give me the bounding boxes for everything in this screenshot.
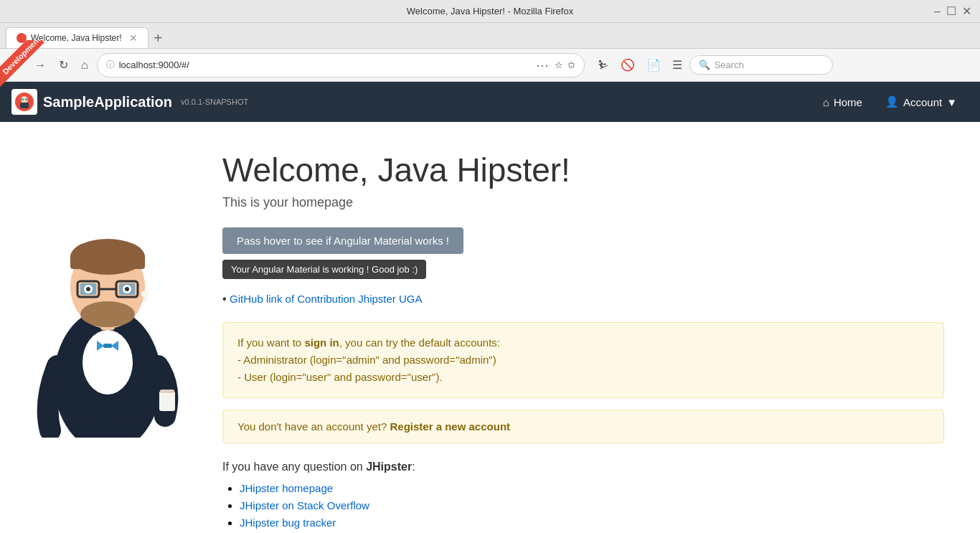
search-placeholder: Search — [715, 60, 744, 70]
hipster-illustration — [29, 151, 187, 438]
browser-titlebar: Welcome, Java Hipster! - Mozilla Firefox… — [0, 0, 980, 23]
github-link-container: • GitHub link of Contribution Jhipster U… — [222, 291, 944, 308]
register-info-box: You don't have an account yet? Register … — [222, 410, 944, 443]
svg-rect-4 — [25, 98, 28, 100]
navbar-account-button[interactable]: 👤 Account ▼ — [874, 90, 969, 114]
app-main: Welcome, Java Hipster! This is your home… — [0, 122, 980, 533]
new-tab-button[interactable]: + — [149, 30, 169, 47]
app-sidebar — [14, 136, 201, 533]
info-text-1: If you want to — [237, 336, 304, 349]
svg-rect-3 — [21, 98, 24, 100]
home-icon: ⌂ — [823, 96, 829, 108]
address-text: localhost:9000/#/ — [119, 60, 532, 70]
browser-tab-active[interactable]: Welcome, Java Hipster! ✕ — [6, 27, 149, 48]
tab-label: Welcome, Java Hipster! — [31, 33, 122, 43]
user-icon: 👤 — [885, 95, 899, 108]
navbar-home-button[interactable]: ⌂ Home — [811, 90, 874, 114]
github-link[interactable]: GitHub link of Contribution Jhipster UGA — [230, 293, 422, 305]
page-subtitle: This is your homepage — [222, 195, 944, 210]
svg-point-6 — [83, 330, 133, 395]
back-button[interactable]: ← — [6, 56, 26, 75]
brand-link[interactable]: SampleApplication v0.0.1-SNAPSHOT — [11, 89, 248, 115]
svg-rect-9 — [103, 344, 112, 348]
search-icon: 🔍 — [699, 60, 710, 70]
brand-logo-icon — [14, 92, 34, 112]
address-bar[interactable]: ⓘ localhost:9000/#/ ⋯ ☆ ✩ — [97, 53, 585, 77]
reader-icon[interactable]: 📄 — [644, 55, 664, 75]
page-title: Welcome, Java Hipster! — [222, 151, 944, 189]
bug-tracker-link[interactable]: JHipster bug tracker — [240, 517, 336, 529]
svg-point-28 — [141, 291, 149, 298]
home-label: Home — [834, 96, 862, 108]
chevron-down-icon: ▼ — [946, 96, 957, 108]
jhipster-highlight: JHipster — [366, 461, 412, 473]
svg-rect-25 — [160, 390, 174, 393]
svg-rect-27 — [110, 423, 131, 438]
bookmark-icon[interactable]: ☆ — [555, 60, 563, 70]
bullet-dot: • — [222, 293, 227, 305]
info-text-2: , you can try the default accounts: — [339, 336, 500, 349]
close-button[interactable]: ✕ — [962, 4, 971, 18]
brand-version: v0.0.1-SNAPSHOT — [181, 98, 248, 106]
jhipster-homepage-link[interactable]: JHipster homepage — [240, 482, 333, 494]
questions-text-pre: If you have any question on — [222, 461, 366, 473]
star-icon[interactable]: ✩ — [567, 60, 575, 70]
address-more-button[interactable]: ⋯ — [536, 57, 550, 73]
brand-name: SampleApplication — [43, 94, 172, 110]
browser-search-bar[interactable]: 🔍 Search — [689, 55, 833, 75]
tooltip-box: Your Angular Material is working ! Good … — [222, 260, 426, 279]
home-button[interactable]: ⌂ — [77, 56, 93, 75]
browser-toolbar: ← → ↻ ⌂ ⓘ localhost:9000/#/ ⋯ ☆ ✩ ⛷ 🚫 📄 … — [0, 49, 980, 82]
questions-text-post: : — [412, 461, 415, 473]
shield-icon[interactable]: ⛷ — [595, 56, 612, 75]
browser-toolbar-icons: ⛷ 🚫 📄 ☰ — [595, 55, 685, 75]
svg-point-22 — [86, 287, 90, 291]
svg-rect-13 — [70, 255, 145, 269]
app-content: Welcome, Java Hipster! This is your home… — [201, 136, 966, 533]
questions-section-title: If you have any question on JHipster: — [222, 461, 944, 473]
hover-test-button[interactable]: Pass hover to see if Angular Material wo… — [222, 227, 463, 254]
svg-point-29 — [143, 298, 147, 302]
svg-rect-2 — [20, 103, 29, 108]
browser-title: Welcome, Java Hipster! - Mozilla Firefox — [407, 6, 573, 16]
app-navbar: SampleApplication v0.0.1-SNAPSHOT ⌂ Home… — [0, 82, 980, 122]
accounts-info-box: If you want to sign in, you can try the … — [222, 322, 944, 398]
security-icon: ⓘ — [106, 59, 115, 71]
minimize-button[interactable]: – — [934, 4, 941, 18]
list-item: JHipster on Stack Overflow — [240, 499, 944, 512]
hover-button-container: Pass hover to see if Angular Material wo… — [222, 227, 944, 257]
stackoverflow-link[interactable]: JHipster on Stack Overflow — [240, 499, 369, 511]
svg-rect-24 — [159, 391, 175, 411]
register-text: You don't have an account yet? — [237, 420, 390, 433]
brand-avatar — [11, 89, 37, 115]
jhipster-links-list: JHipster homepage JHipster on Stack Over… — [222, 482, 944, 533]
user-account-text: - User (login="user" and password="user"… — [237, 371, 443, 383]
svg-rect-26 — [85, 423, 105, 438]
maximize-button[interactable]: ☐ — [946, 4, 956, 18]
list-item: JHipster bug tracker — [240, 517, 944, 529]
account-label: Account — [903, 96, 942, 108]
admin-account-text: - Administrator (login="admin" and passw… — [237, 354, 496, 366]
register-link[interactable]: Register a new account — [390, 420, 510, 433]
tab-close-button[interactable]: ✕ — [129, 32, 138, 44]
adblock-icon[interactable]: 🚫 — [618, 55, 638, 75]
tab-favicon — [17, 33, 27, 43]
refresh-button[interactable]: ↻ — [55, 55, 72, 75]
list-item: JHipster homepage — [240, 482, 944, 495]
sign-in-strong: sign in — [304, 336, 339, 349]
window-controls: – ☐ ✕ — [934, 4, 971, 18]
menu-icon[interactable]: ☰ — [669, 55, 685, 75]
forward-button[interactable]: → — [30, 56, 50, 75]
svg-point-14 — [80, 301, 135, 327]
svg-point-23 — [125, 287, 129, 291]
browser-tab-bar: Welcome, Java Hipster! ✕ + — [0, 23, 980, 49]
